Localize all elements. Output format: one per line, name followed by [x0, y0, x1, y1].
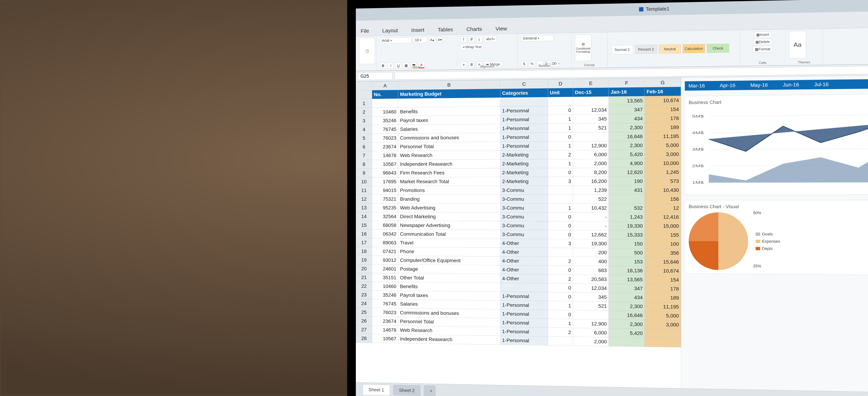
menu-layout[interactable]: Layout — [381, 25, 399, 36]
table-row[interactable]: 1395235Web Advertising3-Commu110,4325321… — [356, 203, 681, 213]
underline-button[interactable]: U — [396, 62, 401, 68]
group-label-font: Font — [413, 65, 420, 69]
svg-text:1M$: 1M$ — [692, 180, 704, 185]
align-top-icon[interactable]: ⭱ — [461, 36, 467, 43]
legend-swatch — [756, 239, 760, 243]
style-check[interactable]: Check — [707, 44, 729, 53]
conditional-formatting-button[interactable]: ▤ Conditional Formatting — [575, 34, 591, 61]
themes-button[interactable]: Aa — [789, 31, 806, 58]
month-header-strip: Mar-16 Apr-16 May-16 Jun-16 Jul-16 — [685, 78, 868, 90]
table-row[interactable]: 714678Web Research2-Marketing26,0005,420… — [356, 150, 681, 160]
select-all-corner[interactable] — [356, 82, 372, 90]
number-format-dropdown[interactable]: General — [521, 35, 553, 41]
align-left-icon[interactable]: ≡ — [461, 62, 467, 68]
table-row[interactable]: 1432564Direct Marketing3-Commu0-1,24312,… — [356, 212, 681, 222]
col-header[interactable]: C — [500, 79, 548, 89]
align-bottom-icon[interactable]: ⭳ — [476, 36, 483, 42]
table-row[interactable]: 996643Firm Research Fees2-Marketing08,20… — [356, 168, 681, 177]
style-neutral[interactable]: Neutral — [659, 44, 681, 54]
group-label-format: Format — [584, 63, 595, 67]
svg-line-0 — [709, 114, 868, 116]
align-center-icon[interactable]: ≣ — [469, 61, 475, 67]
col-header[interactable]: B — [398, 80, 500, 90]
delete-cells-button[interactable]: ▦ Delete — [753, 38, 772, 45]
sheet-tab-1[interactable]: Sheet 1 — [363, 384, 390, 395]
table-row[interactable]: 1194015Promotions3-Commu1,23943110,430 — [356, 186, 681, 195]
themes-icon: Aa — [794, 41, 801, 48]
window-title: Template1 — [646, 6, 670, 12]
spreadsheet-grid[interactable]: A B C D E F G No.Marketing BudgetCategor… — [356, 78, 681, 347]
line-chart-title: Business Chart — [689, 97, 868, 105]
svg-line-2 — [709, 148, 868, 149]
table-row[interactable]: 1275321Branding3-Commu522156 — [356, 195, 681, 204]
pie-callout-25: 25% — [753, 264, 762, 268]
menu-tables[interactable]: Tables — [436, 24, 454, 35]
wrap-text-button[interactable]: ↩Wrap Text — [461, 44, 484, 50]
col-header[interactable]: A — [372, 81, 398, 90]
legend-swatch — [756, 232, 760, 236]
pie-legend: Goals Expenses Depts — [756, 232, 780, 251]
font-shrink-icon[interactable]: A▾ — [437, 37, 443, 43]
conditional-formatting-icon: ▤ — [582, 42, 585, 46]
col-header[interactable]: D — [548, 79, 573, 88]
percent-icon[interactable]: % — [529, 61, 535, 67]
italic-button[interactable]: I — [388, 62, 394, 68]
font-grow-icon[interactable]: A▴ — [429, 37, 435, 43]
col-header[interactable]: G — [645, 78, 681, 87]
group-label-number: Number — [538, 64, 550, 68]
insert-cells-button[interactable]: ▦ Insert — [754, 31, 771, 38]
table-row[interactable]: 623674Personnel Total1-Personnal112,9002… — [356, 141, 681, 151]
group-label-alignment: Alignment — [480, 65, 494, 68]
pie-chart-title: Business Chart - Visual — [689, 204, 868, 210]
font-name-dropdown[interactable]: Arial — [380, 37, 412, 44]
document-icon — [639, 7, 644, 11]
paste-button[interactable]: 📋 — [359, 38, 375, 64]
clipboard-icon: 📋 — [365, 49, 369, 53]
table-row[interactable]: 1606342Communication Total3-Commu012,662… — [356, 229, 681, 239]
table-row[interactable]: 1789063Travel4-Other319,300150100 — [356, 238, 681, 249]
svg-text:2M$: 2M$ — [692, 164, 704, 168]
pie-graphic — [689, 212, 748, 270]
style-percent2[interactable]: Percent 2 — [635, 45, 657, 54]
col-header[interactable]: F — [609, 78, 645, 88]
sheet-tab-2[interactable]: Sheet 2 — [393, 385, 421, 396]
menu-file[interactable]: File — [359, 26, 370, 36]
style-normal2[interactable]: Normal 2 — [611, 45, 633, 54]
app-window: Template1 File Layout Insert Tables Char… — [356, 0, 868, 396]
style-calculation[interactable]: Calculation — [683, 44, 705, 53]
chart-panel: Mar-16 Apr-16 May-16 Jun-16 Jul-16 Busin… — [681, 74, 868, 394]
add-sheet-tab[interactable]: + — [424, 386, 436, 396]
orientation-icon[interactable]: abc↻ — [484, 36, 497, 42]
table-row[interactable]: 1568058Newspaper Advertising3-Commu0-19,… — [356, 221, 681, 231]
pie-chart: Business Chart - Visual 50% 25% Goals Ex… — [685, 200, 868, 276]
col-header[interactable]: E — [573, 79, 609, 88]
menu-charts[interactable]: Charts — [465, 24, 483, 34]
line-chart: Business Chart 5M — [685, 93, 868, 195]
decrease-decimal-icon[interactable]: .00→ — [553, 60, 559, 66]
table-row[interactable]: 810567Independent Reasearch2-Marketing12… — [356, 159, 681, 169]
currency-icon[interactable]: $ — [521, 61, 527, 67]
svg-text:3M$: 3M$ — [692, 147, 704, 151]
table-row[interactable]: 1017695Market Research Total2-Marketing3… — [356, 176, 681, 186]
laptop-frame: Template1 File Layout Insert Tables Char… — [347, 0, 868, 396]
menu-insert[interactable]: Insert — [410, 25, 426, 35]
bold-button[interactable]: B — [380, 63, 386, 69]
format-cells-button[interactable]: ▦ Format — [753, 46, 773, 52]
align-middle-icon[interactable]: ⇵ — [469, 36, 475, 42]
font-size-dropdown[interactable]: 10 — [413, 37, 427, 43]
svg-text:5M$: 5M$ — [692, 114, 704, 118]
borders-icon[interactable]: ▦ — [403, 62, 409, 68]
menu-view[interactable]: View — [494, 24, 508, 34]
workspace: A B C D E F G No.Marketing BudgetCategor… — [356, 74, 868, 394]
svg-text:4M$: 4M$ — [692, 131, 704, 135]
group-label-cells: Cells — [759, 61, 767, 65]
pie-callout-50: 50% — [753, 210, 762, 215]
group-label-themes: Themes — [798, 60, 810, 64]
legend-swatch — [756, 247, 760, 250]
name-box[interactable]: G25 — [358, 72, 393, 80]
